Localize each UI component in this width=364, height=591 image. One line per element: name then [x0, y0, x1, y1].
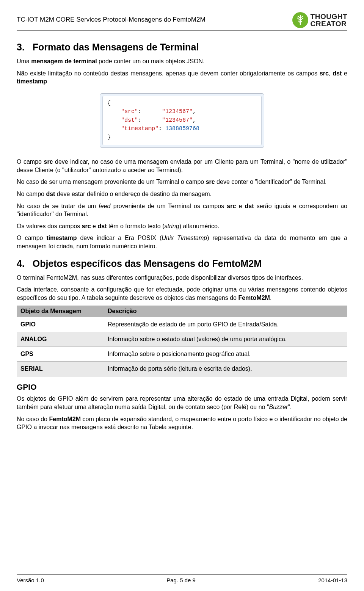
paragraph: O terminal FemtoM2M, nas suas diferentes…: [17, 274, 347, 282]
section-3-heading: 3. Formato das Mensagens de Terminal: [17, 42, 347, 53]
page-footer: Versão 1.0 Pag. 5 de 9 2014-01-13: [17, 574, 347, 583]
table-header: Objeto da Mensagem: [17, 306, 104, 317]
paragraph: Não existe limitação no conteúdo destas …: [17, 69, 347, 86]
paragraph: O campo src deve indicar, no caso de uma…: [17, 158, 347, 174]
paragraph: No caso de ser uma mensagem proveniente …: [17, 178, 347, 186]
footer-page: Pag. 5 de 9: [166, 577, 196, 583]
brand-text: THOUGHT CREATOR: [311, 13, 347, 27]
paragraph: Os objetos de GPIO além de servirem para…: [17, 395, 347, 411]
tree-icon: [292, 12, 308, 28]
section-4-heading: 4. Objetos específicos das Mensagens do …: [17, 258, 347, 269]
paragraph: No campo dst deve estar definido o ender…: [17, 190, 347, 198]
footer-version: Versão 1.0: [17, 577, 44, 583]
objects-table: Objeto da Mensagem Descrição GPIO Repres…: [17, 306, 347, 376]
table-header: Descrição: [104, 306, 347, 317]
paragraph: O campo timestamp deve indicar a Era POS…: [17, 234, 347, 250]
paragraph: No caso do FemtoM2M com placa de expansã…: [17, 415, 347, 431]
footer-date: 2014-01-13: [318, 577, 347, 583]
doc-title: TC-IOT M2M CORE Services Protocol-Mensag…: [17, 12, 206, 24]
code-block: { "src": "1234567", "dst": "1234567", "t…: [100, 93, 264, 148]
paragraph: No caso de se tratar de um feed provenie…: [17, 202, 347, 218]
table-row: GPS Informação sobre o posicionamento ge…: [17, 347, 347, 362]
table-row: ANALOG Informação sobre o estado atual (…: [17, 332, 347, 347]
gpio-heading: GPIO: [17, 383, 347, 392]
paragraph: Cada interface, consoante a configuração…: [17, 285, 347, 302]
table-row: SERIAL Informação de porta série (leitur…: [17, 362, 347, 376]
table-row: GPIO Representação de estado de um porto…: [17, 317, 347, 332]
paragraph: Uma mensagem de terminal pode conter um …: [17, 57, 347, 66]
paragraph: Os valores dos campos src e dst têm o fo…: [17, 222, 347, 230]
brand-logo: THOUGHT CREATOR: [292, 12, 347, 28]
page-header: TC-IOT M2M CORE Services Protocol-Mensag…: [17, 12, 347, 31]
